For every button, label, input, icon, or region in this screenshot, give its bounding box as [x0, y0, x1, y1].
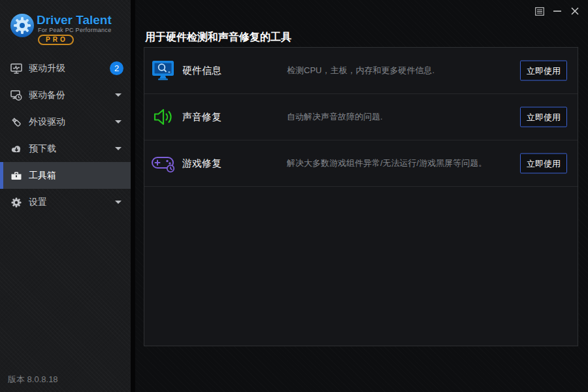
sidebar-item-label: 驱动备份: [29, 90, 65, 101]
sidebar-item-label: 外设驱动: [29, 116, 65, 128]
sidebar: Driver Talent For Peak PC Performance PR…: [0, 0, 131, 392]
toolbox-icon: [10, 169, 23, 182]
use-now-button[interactable]: 立即使用: [520, 61, 567, 81]
sidebar-item-driver-backup[interactable]: 驱动备份: [0, 82, 131, 108]
tool-row-sound-repair: 声音修复 自动解决声音故障的问题. 立即使用: [144, 94, 578, 140]
app-logo: Driver Talent For Peak PC Performance PR…: [0, 0, 131, 52]
main-area: 用于硬件检测和声音修复的工具 硬件信息 检测CPU，主板，内存和更多硬件信息. …: [135, 0, 588, 392]
chevron-down-icon: [115, 93, 122, 97]
tool-name: 声音修复: [182, 111, 221, 123]
sidebar-item-label: 设置: [29, 197, 47, 208]
page-title: 用于硬件检测和声音修复的工具: [145, 31, 291, 44]
chevron-down-icon: [115, 147, 122, 150]
sound-repair-icon: [150, 105, 176, 129]
game-repair-icon: [150, 151, 176, 176]
app-tagline: For Peak PC Performance: [38, 27, 111, 33]
use-now-button[interactable]: 立即使用: [520, 107, 567, 127]
tool-description: 自动解决声音故障的问题.: [287, 111, 383, 123]
app-title: Driver Talent: [37, 13, 112, 27]
sidebar-item-predownload[interactable]: 预下载: [0, 135, 131, 162]
sidebar-item-peripheral-drivers[interactable]: 外设驱动: [0, 108, 131, 135]
sidebar-item-label: 工具箱: [29, 170, 56, 182]
chevron-down-icon: [115, 201, 122, 204]
backup-clock-icon: [10, 89, 23, 102]
tools-panel: 硬件信息 检测CPU，主板，内存和更多硬件信息. 立即使用 声音修复 自动解决声…: [144, 47, 578, 346]
sidebar-item-driver-update[interactable]: 驱动升级 2: [0, 55, 131, 82]
tool-description: 检测CPU，主板，内存和更多硬件信息.: [287, 65, 434, 76]
close-icon[interactable]: [570, 6, 580, 16]
tool-name: 硬件信息: [182, 65, 221, 77]
sidebar-item-toolbox[interactable]: 工具箱: [0, 162, 131, 189]
monitor-update-icon: [10, 62, 23, 75]
pro-badge: PRO: [38, 35, 74, 45]
update-count-badge: 2: [110, 61, 123, 75]
menu-icon[interactable]: [534, 6, 545, 16]
sidebar-main-divider: [131, 0, 135, 392]
tool-description: 解决大多数游戏组件异常/无法运行/游戏黑屏等问题。: [287, 157, 487, 169]
window-controls: [534, 6, 580, 16]
sidebar-item-label: 驱动升级: [29, 63, 65, 74]
chevron-down-icon: [115, 120, 122, 123]
tool-name: 游戏修复: [182, 157, 221, 170]
sidebar-item-settings[interactable]: 设置: [0, 189, 131, 216]
tool-row-hardware-info: 硬件信息 检测CPU，主板，内存和更多硬件信息. 立即使用: [144, 48, 578, 94]
version-label: 版本 8.0.8.18: [8, 374, 58, 385]
hardware-info-icon: [150, 58, 176, 83]
gear-icon: [10, 196, 23, 209]
minimize-icon[interactable]: [552, 6, 563, 16]
sidebar-nav: 驱动升级 2 驱动备份: [0, 55, 131, 216]
sidebar-item-label: 预下载: [29, 143, 56, 155]
logo-gear-icon: [10, 13, 35, 38]
usb-drive-icon: [10, 116, 23, 129]
tool-row-game-repair: 游戏修复 解决大多数游戏组件异常/无法运行/游戏黑屏等问题。 立即使用: [144, 140, 578, 187]
use-now-button[interactable]: 立即使用: [520, 154, 567, 174]
cloud-download-icon: [10, 142, 23, 155]
